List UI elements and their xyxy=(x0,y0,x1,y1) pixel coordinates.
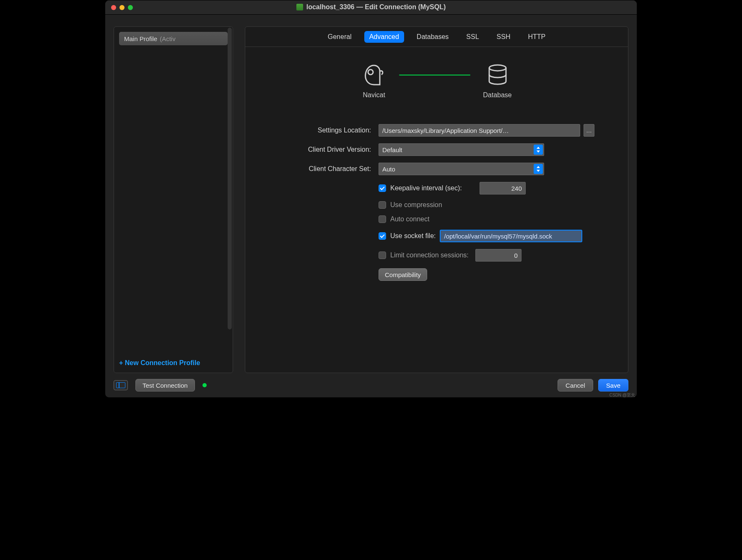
auto-connect-row: Auto connect xyxy=(379,215,594,223)
svg-point-0 xyxy=(368,70,373,75)
charset-label: Client Character Set: xyxy=(279,165,371,173)
diagram-navicat: Navicat xyxy=(361,64,387,99)
dialog-body: Main Profile (Activ + New Connection Pro… xyxy=(105,15,637,373)
settings-location-input[interactable] xyxy=(379,124,580,137)
profiles-sidebar: Main Profile (Activ + New Connection Pro… xyxy=(114,26,233,373)
auto-connect-checkbox[interactable] xyxy=(379,215,386,223)
compression-label: Use compression xyxy=(390,201,442,209)
socket-label: Use socket file: xyxy=(390,232,436,240)
main-panel: General Advanced Databases SSL SSH HTTP … xyxy=(245,26,628,373)
database-icon xyxy=(485,64,510,86)
connection-status-indicator xyxy=(202,383,207,387)
limit-sessions-row: Limit connection sessions: xyxy=(379,249,594,262)
chevron-updown-icon xyxy=(534,145,543,155)
compatibility-button[interactable]: Compatibility xyxy=(379,268,427,281)
titlebar: localhost_3306 — Edit Connection (MySQL) xyxy=(105,0,637,15)
navicat-icon xyxy=(296,4,303,10)
diagram-database-label: Database xyxy=(483,91,512,99)
profile-item-main[interactable]: Main Profile (Activ xyxy=(119,32,228,45)
profile-list: Main Profile (Activ xyxy=(114,27,233,353)
keepalive-interval-input[interactable] xyxy=(480,182,526,194)
auto-connect-label: Auto connect xyxy=(390,215,429,223)
svg-point-1 xyxy=(489,65,506,71)
watermark: CSDN @至天 xyxy=(610,392,635,398)
edit-connection-window: localhost_3306 — Edit Connection (MySQL)… xyxy=(105,0,637,398)
charset-select[interactable]: Auto xyxy=(379,163,544,175)
settings-location-browse-button[interactable]: … xyxy=(584,124,594,137)
compression-checkbox[interactable] xyxy=(379,201,386,209)
new-connection-profile-button[interactable]: + New Connection Profile xyxy=(119,359,228,367)
sidebar-footer: + New Connection Profile xyxy=(114,353,233,373)
diagram-navicat-label: Navicat xyxy=(363,91,385,99)
tab-general[interactable]: General xyxy=(323,31,357,43)
sidebar-scrollbar[interactable] xyxy=(228,28,232,329)
cancel-button[interactable]: Cancel xyxy=(558,379,593,391)
window-controls xyxy=(111,5,133,10)
profile-name: Main Profile xyxy=(124,35,157,42)
charset-value: Auto xyxy=(382,166,395,173)
keepalive-row: Keepalive interval (sec): xyxy=(379,182,594,194)
save-button[interactable]: Save xyxy=(598,379,628,391)
advanced-tab-content: Navicat Database Settings Location: xyxy=(245,47,628,373)
limit-sessions-label: Limit connection sessions: xyxy=(390,251,469,259)
tab-advanced[interactable]: Advanced xyxy=(364,31,404,43)
diagram-database: Database xyxy=(483,64,512,99)
keepalive-label: Keepalive interval (sec): xyxy=(390,184,462,192)
compression-row: Use compression xyxy=(379,201,594,209)
toggle-sidebar-button[interactable] xyxy=(114,380,128,390)
window-title: localhost_3306 — Edit Connection (MySQL) xyxy=(306,3,446,11)
tab-databases[interactable]: Databases xyxy=(412,31,454,43)
client-driver-select[interactable]: Default xyxy=(379,143,544,156)
socket-file-input[interactable] xyxy=(440,230,582,242)
keepalive-checkbox[interactable] xyxy=(379,184,386,192)
minimize-window-button[interactable] xyxy=(119,5,125,10)
profile-state: (Activ xyxy=(160,35,176,42)
chevron-updown-icon xyxy=(534,164,543,174)
advanced-form: Settings Location: … Client Driver Versi… xyxy=(279,124,594,281)
settings-location-label: Settings Location: xyxy=(279,127,371,134)
tabs: General Advanced Databases SSL SSH HTTP xyxy=(245,27,628,47)
client-driver-label: Client Driver Version: xyxy=(279,146,371,153)
limit-sessions-input[interactable] xyxy=(475,249,521,262)
dialog-footer: Test Connection Cancel Save xyxy=(105,373,637,397)
maximize-window-button[interactable] xyxy=(128,5,133,10)
limit-sessions-checkbox[interactable] xyxy=(379,251,386,259)
tab-ssl[interactable]: SSL xyxy=(461,31,484,43)
tab-http[interactable]: HTTP xyxy=(523,31,550,43)
tab-ssh[interactable]: SSH xyxy=(492,31,516,43)
close-window-button[interactable] xyxy=(111,5,116,10)
client-driver-value: Default xyxy=(382,146,402,153)
diagram-connection-line xyxy=(399,75,470,75)
navicat-app-icon xyxy=(361,64,387,86)
socket-row: Use socket file: xyxy=(379,230,594,242)
socket-checkbox[interactable] xyxy=(379,232,386,240)
test-connection-button[interactable]: Test Connection xyxy=(135,379,195,391)
connection-diagram: Navicat Database xyxy=(279,64,594,99)
